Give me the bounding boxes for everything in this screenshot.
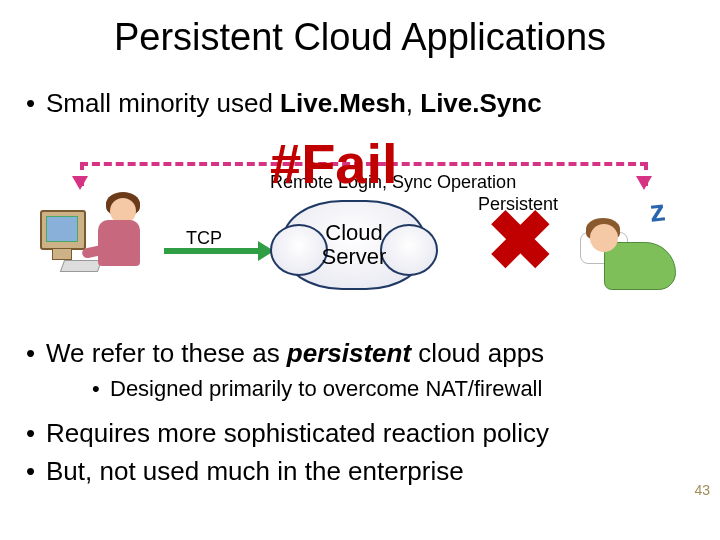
dashed-arrow-head-left xyxy=(72,176,88,190)
cloud-line1: Cloud xyxy=(325,221,382,245)
bullet1-text-pre: Small minority used xyxy=(46,88,280,118)
fail-label: #Fail xyxy=(270,136,398,192)
bullet2-em: persistent xyxy=(287,338,411,368)
cloud-icon: Cloud Server xyxy=(282,200,426,290)
page-number: 43 xyxy=(694,482,710,498)
bullet-4: But, not used much in the enterprise xyxy=(46,456,464,487)
monitor-screen xyxy=(46,216,78,242)
blanket xyxy=(604,242,676,290)
bullet-1: Small minority used Live.Mesh, Live.Sync xyxy=(46,88,542,119)
bullet4-text: But, not used much in the enterprise xyxy=(46,456,464,486)
dashed-arrow-head-right xyxy=(636,176,652,190)
tcp-arrow-icon xyxy=(164,248,260,254)
desktop-user-icon xyxy=(40,190,160,300)
sleeping-user-icon: z xyxy=(580,202,680,302)
sub2-text: Designed primarily to overcome NAT/firew… xyxy=(110,376,542,401)
cloud-label: Cloud Server xyxy=(284,202,424,288)
monitor-icon xyxy=(40,210,86,250)
bullet2-text-pre: We refer to these as xyxy=(46,338,287,368)
zzz-icon: z xyxy=(648,193,666,228)
slide-title: Persistent Cloud Applications xyxy=(0,16,720,59)
bullet1-text-mid: , xyxy=(406,88,420,118)
fail-x-icon: ✖ xyxy=(486,200,555,282)
diagram: Remote Login, Sync Operation #Fail Persi… xyxy=(40,120,680,320)
sleeper-head xyxy=(590,224,618,252)
bullet-3: Requires more sophisticated reaction pol… xyxy=(46,418,549,449)
cloud-line2: Server xyxy=(322,245,387,269)
person-body xyxy=(98,220,140,266)
sub-bullet-2: Designed primarily to overcome NAT/firew… xyxy=(110,376,542,402)
keyboard-icon xyxy=(60,260,102,272)
bullet1-em1: Live.Mesh xyxy=(280,88,406,118)
monitor-stand xyxy=(52,248,72,260)
bullet1-em2: Live.Sync xyxy=(420,88,541,118)
bullet2-text-post: cloud apps xyxy=(411,338,544,368)
slide: Persistent Cloud Applications Small mino… xyxy=(0,0,720,540)
tcp-label: TCP xyxy=(186,228,222,249)
bullet-2: We refer to these as persistent cloud ap… xyxy=(46,338,544,369)
bullet3-text: Requires more sophisticated reaction pol… xyxy=(46,418,549,448)
